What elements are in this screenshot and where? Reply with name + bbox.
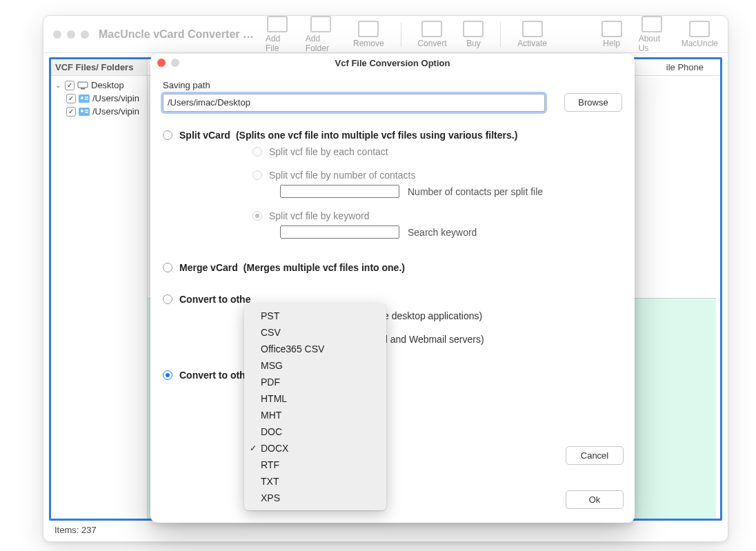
trash-icon [358,21,379,37]
toolbar-separator [500,22,501,47]
split-by-keyword-option: Split vcf file by keyword [252,210,622,221]
radio-icon [252,147,262,157]
add-folder-label: Add Folder [306,34,337,53]
help-button[interactable]: Help [601,21,622,48]
split-keyword-field: Search keyword [280,226,622,239]
tree-node-root[interactable]: ⌄ Desktop [51,79,147,92]
desktop-icon [77,81,88,90]
tree-node-label: /Users/vipin [92,106,139,117]
brand-label: MacUncle [682,39,718,48]
remove-button[interactable]: Remove [353,21,384,48]
close-icon[interactable] [53,30,61,39]
radio-icon[interactable] [163,263,172,272]
contacts-per-file-label: Number of contacts per split file [408,186,543,197]
radio-icon[interactable] [163,294,172,304]
split-by-keyword-label: Split vcf file by keyword [269,210,370,221]
search-keyword-label: Search keyword [408,227,477,238]
contacts-per-file-input[interactable] [280,185,399,198]
checkbox[interactable] [65,81,74,90]
tree-node-label: /Users/vipin [92,93,139,103]
dropdown-item[interactable]: TXT [244,473,386,490]
merge-desc: (Merges multiple vcf files into one.) [243,262,405,273]
split-vcard-option[interactable]: Split vCard (Splits one vcf file into mu… [163,130,622,141]
dropdown-item[interactable]: RTF [244,457,386,473]
status-bar: Items: 237 [49,521,722,539]
split-number-field: Number of contacts per split file [280,185,622,198]
dropdown-item[interactable]: MSG [244,357,386,374]
dropdown-item[interactable]: MHT [244,407,386,423]
convert-button[interactable]: Convert [417,21,446,48]
radio-icon[interactable] [163,130,172,140]
format-dropdown[interactable]: PSTCSVOffice365 CSVMSGPDFHTMLMHTDOCDOCXR… [244,303,386,510]
tree-node-label: Desktop [91,80,124,90]
search-keyword-input[interactable] [280,226,399,239]
cart-icon [463,21,484,37]
add-folder-button[interactable]: Add Folder [306,16,337,53]
convert-b-label: Convert to othe [179,370,250,381]
minimize-icon [171,59,179,67]
brand-icon [689,21,710,37]
add-file-button[interactable]: Add File [266,16,289,53]
convert-a-tail-a: e desktop applications) [384,310,622,321]
radio-icon[interactable] [163,370,172,380]
split-desc: (Splits one vcf file into multiple vcf f… [236,130,517,141]
zoom-icon[interactable] [81,30,89,39]
window-title: MacUncle vCard Converter v1.0.... [99,28,257,41]
activate-label: Activate [517,39,547,48]
dropdown-item[interactable]: CSV [244,324,386,341]
checkbox[interactable] [66,107,76,117]
saving-path-input[interactable] [163,94,545,112]
column-header: ile Phone [666,62,704,72]
titlebar: MacUncle vCard Converter v1.0.... Add Fi… [43,16,728,53]
convert-other-a-option[interactable]: Convert to othe [163,294,622,305]
svg-rect-9 [85,112,88,113]
sidebar-header: VCF Files/ Folders [51,59,147,76]
save-icon [421,21,442,37]
dialog-titlebar: Vcf File Conversion Option [150,54,635,72]
svg-point-7 [81,110,83,112]
help-label: Help [603,39,620,48]
radio-icon [252,170,262,180]
split-by-number-label: Split vcf file by number of contacts [269,170,415,181]
svg-point-3 [81,97,83,99]
saving-path-label: Saving path [163,80,622,90]
checkbox[interactable] [66,94,76,103]
svg-rect-4 [85,97,88,98]
about-label: About Us [639,34,665,53]
convert-other-b-option[interactable]: Convert to othe [163,370,622,381]
ok-button[interactable]: Ok [566,490,624,509]
dropdown-item[interactable]: Office365 CSV [244,341,386,357]
browse-button[interactable]: Browse [564,93,622,112]
traffic-lights [53,30,89,39]
convert-a-tail-b: d and Webmail servers) [382,334,622,345]
tree-node-item[interactable]: /Users/vipin [51,105,147,118]
brand-button[interactable]: MacUncle [682,21,718,48]
file-plus-icon [267,16,288,32]
dialog-title: Vcf File Conversion Option [335,58,450,68]
dropdown-item[interactable]: DOC [244,423,386,440]
dropdown-item[interactable]: XPS [244,490,386,506]
item-count: Items: 237 [54,525,97,535]
split-by-each-option: Split vcf file by each contact [252,146,622,157]
svg-rect-1 [81,88,85,90]
tree: ⌄ Desktop /Users/vipin /Users/vipin [51,76,147,121]
activate-button[interactable]: Activate [517,21,547,48]
cancel-button[interactable]: Cancel [566,446,624,465]
merge-vcard-option[interactable]: Merge vCard (Merges multiple vcf files i… [163,262,622,273]
convert-label: Convert [417,39,446,48]
dropdown-item[interactable]: DOCX [244,440,386,457]
buy-button[interactable]: Buy [463,21,484,48]
dropdown-item[interactable]: HTML [244,390,386,407]
info-icon [641,16,662,32]
about-button[interactable]: About Us [639,16,665,53]
tree-node-item[interactable]: /Users/vipin [51,92,147,105]
folder-plus-icon [310,16,331,32]
buy-label: Buy [466,39,481,48]
dropdown-item[interactable]: PST [244,308,386,324]
minimize-icon[interactable] [67,30,75,39]
merge-label: Merge vCard [179,262,238,273]
dialog-traffic-lights [157,59,179,67]
chevron-down-icon[interactable]: ⌄ [54,81,62,89]
dropdown-item[interactable]: PDF [244,374,386,390]
close-icon[interactable] [157,59,166,67]
